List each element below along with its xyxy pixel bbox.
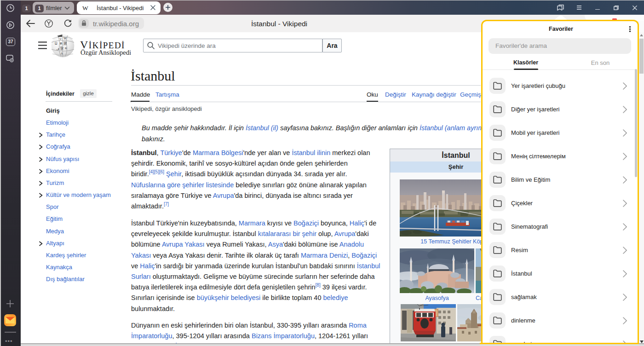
svg-text:ف: ف bbox=[56, 47, 59, 50]
svg-text:Ω: Ω bbox=[55, 41, 58, 46]
svg-text:字: 字 bbox=[60, 46, 64, 51]
svg-text:V: V bbox=[60, 37, 62, 40]
svg-text:Δ: Δ bbox=[61, 52, 63, 55]
svg-text:א: א bbox=[65, 46, 67, 50]
svg-text:И: И bbox=[64, 41, 67, 46]
svg-text:ค: ค bbox=[60, 41, 62, 46]
svg-text:W: W bbox=[63, 36, 67, 40]
